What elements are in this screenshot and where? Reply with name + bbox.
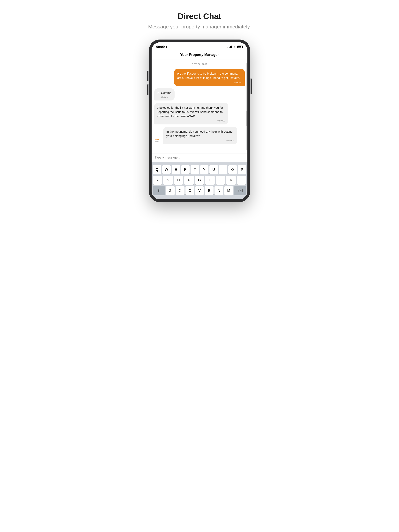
key-w[interactable]: W	[162, 165, 171, 174]
key-z[interactable]: Z	[166, 186, 175, 195]
signal-bars-icon	[228, 45, 232, 48]
battery-body	[237, 45, 243, 48]
key-x[interactable]: X	[176, 186, 185, 195]
battery-icon	[237, 45, 243, 48]
message-input[interactable]	[155, 156, 244, 159]
svg-text:student: student	[155, 141, 159, 142]
page-title: Direct Chat	[178, 12, 221, 21]
chat-header-title: Your Property Manager	[155, 53, 244, 57]
volume-button-top	[147, 84, 148, 95]
key-f[interactable]: F	[184, 176, 194, 185]
key-q[interactable]: Q	[153, 165, 161, 174]
status-bar: 09:09 ➤ ∿	[152, 42, 247, 51]
message-text: Hi Gemma	[157, 91, 171, 95]
keyboard-row-1: Q W E R T Y U I O P	[153, 165, 246, 174]
message-incoming-1: Hi Gemma 9:08 AM	[154, 89, 245, 101]
keyboard-row-2: A S D F G H J K L	[153, 176, 246, 185]
key-e[interactable]: E	[172, 165, 180, 174]
chat-header: Your Property Manager	[152, 51, 247, 60]
bubble-incoming-large-1: Apologies for the lift not working, and …	[154, 103, 228, 124]
keyboard: Q W E R T Y U I O P A S D F G H J K	[152, 163, 247, 199]
key-i[interactable]: I	[219, 165, 228, 174]
chat-area: OCT 24, 2019 Hi, the lift seems to be br…	[152, 60, 247, 153]
message-input-area[interactable]	[152, 153, 247, 162]
key-t[interactable]: T	[191, 165, 199, 174]
avatar-image: almero student	[154, 137, 161, 144]
key-k[interactable]: K	[226, 176, 236, 185]
phone-mockup: 09:09 ➤ ∿ Your Property Ma	[149, 39, 250, 202]
svg-text:almero: almero	[155, 139, 159, 140]
status-time: 09:09 ➤	[156, 45, 168, 49]
key-b[interactable]: B	[205, 186, 213, 195]
bubble-incoming-small-1: Hi Gemma 9:08 AM	[154, 89, 174, 101]
message-time: 9:09 AM	[166, 139, 234, 142]
key-g[interactable]: G	[195, 176, 204, 185]
status-icons: ∿	[228, 45, 243, 49]
location-arrow-icon: ➤	[166, 45, 168, 49]
signal-bar-1	[228, 47, 228, 48]
key-h[interactable]: H	[205, 176, 215, 185]
key-v[interactable]: V	[195, 186, 204, 195]
message-outgoing-1: Hi, the lift seems to be broken in the c…	[154, 69, 245, 86]
key-j[interactable]: J	[216, 176, 225, 185]
keyboard-divider	[152, 162, 247, 163]
message-incoming-3: almero student In the meantime, do you n…	[154, 127, 245, 144]
key-shift[interactable]: ⬆	[153, 186, 165, 195]
battery-fill	[238, 46, 241, 48]
message-incoming-2: Apologies for the lift not working, and …	[154, 103, 245, 124]
chat-scrollbar[interactable]	[246, 63, 247, 150]
time-display: 09:09	[156, 45, 165, 49]
message-text: Hi, the lift seems to be broken in the c…	[177, 72, 240, 79]
key-u[interactable]: U	[209, 165, 218, 174]
key-l[interactable]: L	[237, 176, 246, 185]
page-subtitle: Message your property manager immediatel…	[148, 24, 251, 30]
date-divider: OCT 24, 2019	[154, 63, 245, 66]
message-text: Apologies for the lift not working, and …	[157, 106, 223, 118]
avatar: almero student	[154, 137, 161, 144]
key-d[interactable]: D	[174, 176, 183, 185]
key-o[interactable]: O	[228, 165, 237, 174]
signal-bar-3	[230, 46, 231, 48]
message-text: In the meantime, do you need any help wi…	[166, 130, 232, 138]
key-a[interactable]: A	[153, 176, 162, 185]
delete-icon	[238, 189, 243, 193]
key-s[interactable]: S	[163, 176, 173, 185]
chat-scrollbar-thumb[interactable]	[246, 111, 247, 126]
message-time: 9:09 AM	[157, 119, 225, 122]
key-r[interactable]: R	[181, 165, 190, 174]
wifi-icon: ∿	[233, 45, 236, 49]
message-time: 9:08 AM	[157, 96, 171, 99]
message-time: 9:08 AM	[177, 81, 242, 84]
key-c[interactable]: C	[186, 186, 194, 195]
key-p[interactable]: P	[238, 165, 246, 174]
bubble-incoming-large-2: In the meantime, do you need any help wi…	[163, 127, 237, 144]
key-delete[interactable]	[234, 186, 246, 195]
keyboard-row-3: ⬆ Z X C V B N M	[153, 186, 246, 195]
key-y[interactable]: Y	[200, 165, 209, 174]
signal-bar-4	[231, 45, 232, 48]
phone-screen: 09:09 ➤ ∿ Your Property Ma	[152, 42, 247, 199]
bubble-outgoing-1: Hi, the lift seems to be broken in the c…	[174, 69, 245, 86]
key-m[interactable]: M	[224, 186, 233, 195]
signal-bar-2	[229, 47, 230, 48]
key-n[interactable]: N	[214, 186, 223, 195]
